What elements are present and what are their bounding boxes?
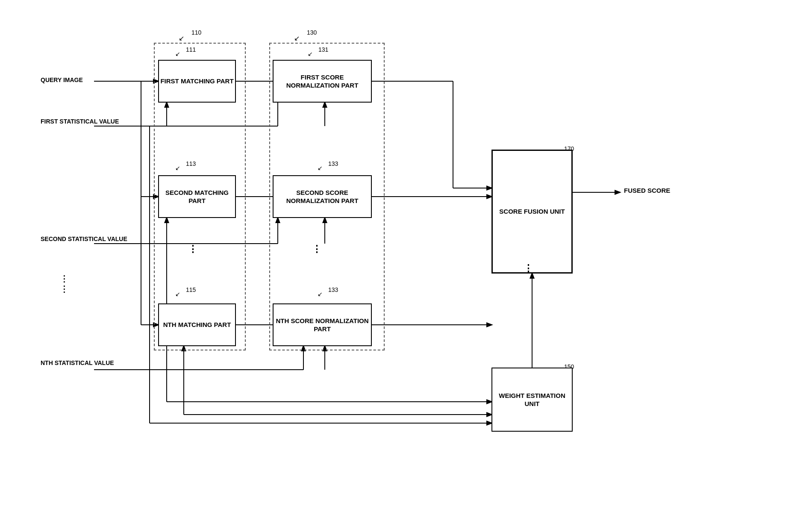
second-statistical-label: SECOND STATISTICAL VALUE [41, 235, 127, 244]
ref-arrow-133s: ↙ [318, 165, 323, 171]
ref-110: 110 [191, 29, 201, 36]
weight-estimation-unit: WEIGHT ESTIMATION UNIT [491, 368, 573, 432]
second-matching-part: SECOND MATCHING PART [158, 175, 236, 218]
second-score-norm-part: SECOND SCORE NORMALIZATION PART [273, 175, 372, 218]
ref-133-nth: 133 [328, 286, 338, 293]
nth-score-norm-part: NTH SCORE NORMALIZATION PART [273, 303, 372, 346]
fused-score-label: FUSED SCORE [624, 186, 670, 195]
ref-arrow-130: ↙ [294, 34, 300, 42]
dots-norm: ⋮ [312, 244, 322, 255]
first-score-norm-part: FIRST SCORE NORMALIZATION PART [273, 60, 372, 103]
nth-statistical-label: NTH STATISTICAL VALUE [41, 359, 114, 368]
ref-111: 111 [186, 46, 196, 53]
diagram-container: 110 ↙ 130 ↙ 111 ↙ 131 ↙ 113 ↙ 133 ↙ 115 … [0, 0, 812, 515]
ref-130: 130 [307, 29, 317, 36]
query-image-label: QUERY IMAGE [41, 76, 83, 84]
ref-arrow-113: ↙ [175, 165, 180, 171]
diagram-svg [0, 0, 812, 515]
dots-matching: ⋮ [188, 244, 198, 255]
score-fusion-unit: SCORE FUSION UNIT [491, 150, 573, 274]
first-matching-part: FIRST MATCHING PART [158, 60, 236, 103]
ref-arrow-110: ↙ [179, 34, 184, 42]
ref-113: 113 [186, 160, 196, 167]
ref-arrow-131: ↙ [308, 50, 313, 57]
dots-score-fusion: ⋮ [524, 263, 534, 274]
ref-arrow-111: ↙ [175, 50, 180, 57]
dots-left: ⋮⋮ [60, 274, 69, 294]
ref-arrow-133n: ↙ [318, 291, 323, 297]
ref-131: 131 [318, 46, 328, 53]
ref-arrow-115: ↙ [175, 291, 180, 297]
first-statistical-label: FIRST STATISTICAL VALUE [41, 118, 119, 126]
ref-133-second: 133 [328, 160, 338, 167]
nth-matching-part: NTH MATCHING PART [158, 303, 236, 346]
ref-115: 115 [186, 286, 196, 293]
